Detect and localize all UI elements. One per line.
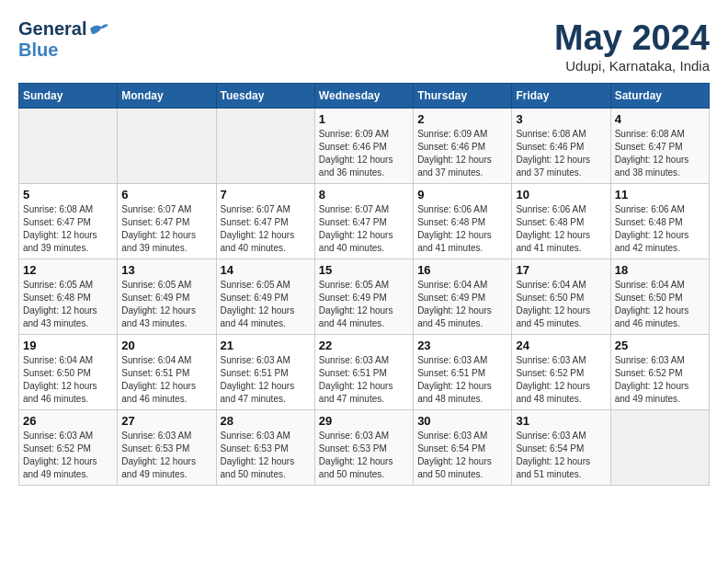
logo-bird-icon bbox=[88, 21, 108, 38]
day-cell-9: 9Sunrise: 6:06 AM Sunset: 6:48 PM Daylig… bbox=[414, 184, 512, 259]
day-cell-1: 1Sunrise: 6:09 AM Sunset: 6:46 PM Daylig… bbox=[314, 109, 413, 184]
day-info: Sunrise: 6:03 AM Sunset: 6:52 PM Dayligh… bbox=[615, 354, 705, 406]
day-cell-19: 19Sunrise: 6:04 AM Sunset: 6:50 PM Dayli… bbox=[19, 335, 118, 410]
day-number: 25 bbox=[615, 339, 705, 352]
day-cell-23: 23Sunrise: 6:03 AM Sunset: 6:51 PM Dayli… bbox=[414, 335, 512, 410]
weekday-header-wednesday: Wednesday bbox=[314, 84, 413, 109]
empty-cell bbox=[216, 109, 314, 184]
day-info: Sunrise: 6:04 AM Sunset: 6:51 PM Dayligh… bbox=[121, 354, 211, 406]
day-cell-24: 24Sunrise: 6:03 AM Sunset: 6:52 PM Dayli… bbox=[512, 335, 610, 410]
weekday-header-row: SundayMondayTuesdayWednesdayThursdayFrid… bbox=[19, 84, 710, 109]
day-cell-8: 8Sunrise: 6:07 AM Sunset: 6:47 PM Daylig… bbox=[314, 184, 413, 259]
week-row-4: 19Sunrise: 6:04 AM Sunset: 6:50 PM Dayli… bbox=[19, 335, 710, 410]
weekday-header-monday: Monday bbox=[118, 84, 216, 109]
logo-blue-text: Blue bbox=[18, 40, 58, 60]
weekday-header-tuesday: Tuesday bbox=[216, 84, 314, 109]
day-number: 4 bbox=[615, 112, 705, 126]
day-info: Sunrise: 6:03 AM Sunset: 6:53 PM Dayligh… bbox=[221, 430, 311, 481]
day-cell-12: 12Sunrise: 6:05 AM Sunset: 6:48 PM Dayli… bbox=[19, 259, 118, 335]
day-info: Sunrise: 6:03 AM Sunset: 6:51 PM Dayligh… bbox=[221, 354, 311, 406]
day-info: Sunrise: 6:04 AM Sunset: 6:50 PM Dayligh… bbox=[516, 279, 606, 330]
day-info: Sunrise: 6:04 AM Sunset: 6:49 PM Dayligh… bbox=[417, 279, 507, 330]
day-info: Sunrise: 6:03 AM Sunset: 6:53 PM Dayligh… bbox=[121, 430, 211, 481]
day-cell-5: 5Sunrise: 6:08 AM Sunset: 6:47 PM Daylig… bbox=[19, 184, 118, 259]
day-info: Sunrise: 6:04 AM Sunset: 6:50 PM Dayligh… bbox=[23, 354, 113, 406]
empty-cell bbox=[610, 410, 709, 486]
day-number: 10 bbox=[516, 188, 606, 201]
day-number: 20 bbox=[121, 339, 211, 352]
day-cell-26: 26Sunrise: 6:03 AM Sunset: 6:52 PM Dayli… bbox=[19, 410, 118, 486]
day-info: Sunrise: 6:05 AM Sunset: 6:49 PM Dayligh… bbox=[319, 279, 409, 330]
empty-cell bbox=[19, 109, 118, 184]
day-cell-28: 28Sunrise: 6:03 AM Sunset: 6:53 PM Dayli… bbox=[216, 410, 314, 486]
day-cell-16: 16Sunrise: 6:04 AM Sunset: 6:49 PM Dayli… bbox=[414, 259, 512, 335]
day-info: Sunrise: 6:07 AM Sunset: 6:47 PM Dayligh… bbox=[121, 203, 211, 255]
day-cell-31: 31Sunrise: 6:03 AM Sunset: 6:54 PM Dayli… bbox=[512, 410, 610, 486]
day-cell-11: 11Sunrise: 6:06 AM Sunset: 6:48 PM Dayli… bbox=[610, 184, 709, 259]
day-number: 6 bbox=[121, 188, 211, 201]
day-number: 17 bbox=[516, 263, 606, 277]
day-info: Sunrise: 6:06 AM Sunset: 6:48 PM Dayligh… bbox=[516, 203, 606, 255]
day-number: 2 bbox=[417, 112, 507, 126]
day-number: 3 bbox=[516, 112, 606, 126]
day-number: 7 bbox=[221, 188, 311, 201]
day-cell-2: 2Sunrise: 6:09 AM Sunset: 6:46 PM Daylig… bbox=[414, 109, 512, 184]
day-info: Sunrise: 6:03 AM Sunset: 6:52 PM Dayligh… bbox=[516, 354, 606, 406]
week-row-1: 1Sunrise: 6:09 AM Sunset: 6:46 PM Daylig… bbox=[19, 109, 710, 184]
day-info: Sunrise: 6:08 AM Sunset: 6:47 PM Dayligh… bbox=[23, 203, 113, 255]
day-info: Sunrise: 6:05 AM Sunset: 6:48 PM Dayligh… bbox=[23, 279, 113, 330]
day-number: 27 bbox=[121, 414, 211, 428]
day-cell-30: 30Sunrise: 6:03 AM Sunset: 6:54 PM Dayli… bbox=[414, 410, 512, 486]
empty-cell bbox=[118, 109, 216, 184]
day-info: Sunrise: 6:03 AM Sunset: 6:51 PM Dayligh… bbox=[417, 354, 507, 406]
day-number: 23 bbox=[417, 339, 507, 352]
day-cell-4: 4Sunrise: 6:08 AM Sunset: 6:47 PM Daylig… bbox=[610, 109, 709, 184]
day-info: Sunrise: 6:03 AM Sunset: 6:52 PM Dayligh… bbox=[23, 430, 113, 481]
day-number: 14 bbox=[221, 263, 311, 277]
day-number: 29 bbox=[319, 414, 409, 428]
day-info: Sunrise: 6:07 AM Sunset: 6:47 PM Dayligh… bbox=[221, 203, 311, 255]
weekday-header-sunday: Sunday bbox=[19, 84, 118, 109]
day-info: Sunrise: 6:03 AM Sunset: 6:53 PM Dayligh… bbox=[319, 430, 409, 481]
day-cell-3: 3Sunrise: 6:08 AM Sunset: 6:46 PM Daylig… bbox=[512, 109, 610, 184]
day-number: 1 bbox=[319, 112, 409, 126]
day-cell-17: 17Sunrise: 6:04 AM Sunset: 6:50 PM Dayli… bbox=[512, 259, 610, 335]
day-info: Sunrise: 6:03 AM Sunset: 6:54 PM Dayligh… bbox=[417, 430, 507, 481]
location: Udupi, Karnataka, India bbox=[554, 58, 710, 74]
day-number: 31 bbox=[516, 414, 606, 428]
title-block: May 2024 Udupi, Karnataka, India bbox=[554, 18, 710, 74]
day-info: Sunrise: 6:08 AM Sunset: 6:46 PM Dayligh… bbox=[516, 128, 606, 179]
day-info: Sunrise: 6:06 AM Sunset: 6:48 PM Dayligh… bbox=[615, 203, 705, 255]
day-info: Sunrise: 6:09 AM Sunset: 6:46 PM Dayligh… bbox=[417, 128, 507, 179]
calendar-table: SundayMondayTuesdayWednesdayThursdayFrid… bbox=[18, 83, 710, 486]
day-info: Sunrise: 6:07 AM Sunset: 6:47 PM Dayligh… bbox=[319, 203, 409, 255]
day-info: Sunrise: 6:09 AM Sunset: 6:46 PM Dayligh… bbox=[319, 128, 409, 179]
day-info: Sunrise: 6:05 AM Sunset: 6:49 PM Dayligh… bbox=[121, 279, 211, 330]
day-cell-21: 21Sunrise: 6:03 AM Sunset: 6:51 PM Dayli… bbox=[216, 335, 314, 410]
day-cell-27: 27Sunrise: 6:03 AM Sunset: 6:53 PM Dayli… bbox=[118, 410, 216, 486]
week-row-2: 5Sunrise: 6:08 AM Sunset: 6:47 PM Daylig… bbox=[19, 184, 710, 259]
day-number: 15 bbox=[319, 263, 409, 277]
day-cell-15: 15Sunrise: 6:05 AM Sunset: 6:49 PM Dayli… bbox=[314, 259, 413, 335]
day-cell-25: 25Sunrise: 6:03 AM Sunset: 6:52 PM Dayli… bbox=[610, 335, 709, 410]
day-number: 18 bbox=[615, 263, 705, 277]
day-number: 30 bbox=[417, 414, 507, 428]
day-cell-29: 29Sunrise: 6:03 AM Sunset: 6:53 PM Dayli… bbox=[314, 410, 413, 486]
day-cell-7: 7Sunrise: 6:07 AM Sunset: 6:47 PM Daylig… bbox=[216, 184, 314, 259]
weekday-header-friday: Friday bbox=[512, 84, 610, 109]
day-number: 26 bbox=[23, 414, 113, 428]
day-cell-6: 6Sunrise: 6:07 AM Sunset: 6:47 PM Daylig… bbox=[118, 184, 216, 259]
weekday-header-thursday: Thursday bbox=[414, 84, 512, 109]
day-cell-10: 10Sunrise: 6:06 AM Sunset: 6:48 PM Dayli… bbox=[512, 184, 610, 259]
day-number: 12 bbox=[23, 263, 113, 277]
day-info: Sunrise: 6:04 AM Sunset: 6:50 PM Dayligh… bbox=[615, 279, 705, 330]
logo-general-text: General bbox=[18, 18, 86, 40]
day-number: 28 bbox=[221, 414, 311, 428]
day-number: 19 bbox=[23, 339, 113, 352]
day-cell-22: 22Sunrise: 6:03 AM Sunset: 6:51 PM Dayli… bbox=[314, 335, 413, 410]
day-cell-14: 14Sunrise: 6:05 AM Sunset: 6:49 PM Dayli… bbox=[216, 259, 314, 335]
day-number: 21 bbox=[221, 339, 311, 352]
week-row-5: 26Sunrise: 6:03 AM Sunset: 6:52 PM Dayli… bbox=[19, 410, 710, 486]
day-cell-20: 20Sunrise: 6:04 AM Sunset: 6:51 PM Dayli… bbox=[118, 335, 216, 410]
page-header: General Blue May 2024 Udupi, Karnataka, … bbox=[18, 18, 710, 74]
